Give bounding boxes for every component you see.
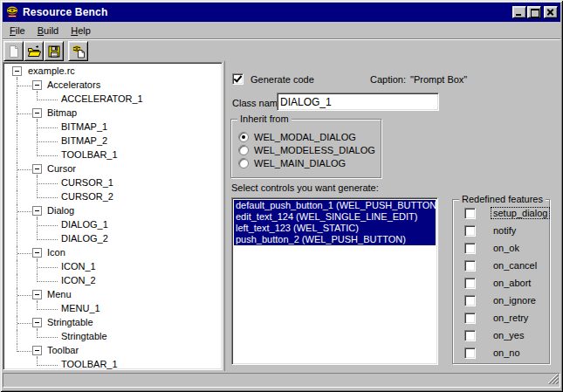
tree-node-label[interactable]: DIALOG_1 bbox=[61, 219, 108, 230]
collapse-box[interactable] bbox=[32, 248, 42, 258]
feature-label-on-retry[interactable]: on_retry bbox=[493, 313, 528, 323]
listbox-item-left-text-123[interactable]: left_text_123 (WEL_STATIC) bbox=[234, 223, 436, 234]
generate-code-checkbox[interactable] bbox=[232, 73, 244, 85]
feature-label-on-ignore[interactable]: on_ignore bbox=[493, 295, 536, 306]
checkbox-on-cancel[interactable] bbox=[464, 260, 476, 272]
tree-node-cursor-2-9[interactable]: CURSOR_2 bbox=[5, 190, 220, 204]
toolbar-button-new-document[interactable] bbox=[3, 41, 24, 61]
tree-node-label[interactable]: BITMAP_2 bbox=[61, 135, 107, 146]
radio-option-wel-modeless-dialog[interactable]: WEL_MODELESS_DIALOG bbox=[238, 144, 375, 156]
checkbox-on-retry[interactable] bbox=[464, 313, 476, 324]
tree-node-example-rc-0[interactable]: example.rc bbox=[5, 65, 220, 79]
tree-node-label[interactable]: Stringtable bbox=[47, 317, 93, 327]
checkbox-on-ignore[interactable] bbox=[464, 295, 476, 306]
tree-node-dialog-1-11[interactable]: DIALOG_1 bbox=[5, 218, 220, 232]
class-name-input[interactable] bbox=[277, 93, 439, 111]
checkbox-on-no[interactable] bbox=[464, 347, 476, 359]
feature-label-on-yes[interactable]: on_yes bbox=[493, 330, 524, 340]
tree-node-label[interactable]: Dialog bbox=[47, 205, 74, 216]
tree-node-label[interactable]: ICON_1 bbox=[61, 261, 96, 272]
listbox-item-edit-text-124[interactable]: edit_text_124 (WEL_SINGLE_LINE_EDIT) bbox=[234, 211, 436, 223]
tree-node-toolbar-20[interactable]: Toolbar bbox=[5, 344, 220, 358]
tree-connector bbox=[17, 302, 17, 316]
tree-node-stringtable-19[interactable]: Stringtable bbox=[5, 330, 220, 344]
tree-node-toolbar-1-6[interactable]: TOOLBAR_1 bbox=[5, 148, 220, 162]
tree-node-label[interactable]: DIALOG_2 bbox=[61, 233, 108, 244]
tree-node-menu-1-17[interactable]: MENU_1 bbox=[5, 302, 220, 316]
tree-node-bitmap-1-4[interactable]: BITMAP_1 bbox=[5, 120, 220, 134]
generate-code-label[interactable]: Generate code bbox=[251, 74, 314, 85]
checkbox-on-abort[interactable] bbox=[464, 278, 476, 289]
tree-node-icon-1-14[interactable]: ICON_1 bbox=[5, 260, 220, 274]
radio-button[interactable] bbox=[238, 132, 249, 142]
tree-node-icon-2-15[interactable]: ICON_2 bbox=[5, 274, 220, 288]
collapse-box[interactable] bbox=[32, 164, 42, 174]
tree-node-label[interactable]: ACCELERATOR_1 bbox=[61, 93, 143, 104]
checkbox-on-ok[interactable] bbox=[464, 243, 476, 254]
collapse-box[interactable] bbox=[32, 346, 42, 355]
tree-node-accelerator-1-2[interactable]: ACCELERATOR_1 bbox=[5, 93, 220, 107]
tree-node-label[interactable]: Toolbar bbox=[47, 345, 79, 355]
radio-button[interactable] bbox=[238, 145, 249, 155]
radio-option-wel-modal-dialog[interactable]: WEL_MODAL_DIALOG bbox=[238, 131, 356, 143]
collapse-box[interactable] bbox=[32, 318, 42, 327]
radio-option-wel-main-dialog[interactable]: WEL_MAIN_DIALOG bbox=[238, 157, 346, 169]
feature-label-notify[interactable]: notify bbox=[493, 225, 516, 236]
collapse-box[interactable] bbox=[32, 206, 42, 216]
menu-item-help[interactable]: Help bbox=[65, 24, 97, 38]
tree-node-label[interactable]: MENU_1 bbox=[61, 303, 100, 313]
feature-label-on-abort[interactable]: on_abort bbox=[493, 278, 531, 288]
tree-node-bitmap-3[interactable]: Bitmap bbox=[5, 107, 220, 120]
collapse-box[interactable] bbox=[12, 66, 22, 76]
tree-node-dialog-2-12[interactable]: DIALOG_2 bbox=[5, 232, 220, 246]
tree-node-label[interactable]: CURSOR_2 bbox=[61, 191, 113, 202]
collapse-box[interactable] bbox=[32, 108, 42, 118]
toolbar-button-save[interactable] bbox=[44, 41, 64, 61]
tree-node-label[interactable]: Icon bbox=[47, 247, 65, 258]
resize-grip[interactable] bbox=[547, 373, 559, 386]
controls-listbox[interactable]: default_push_button_1 (WEL_PUSH_BUTTON)e… bbox=[231, 197, 438, 365]
tree-node-label[interactable]: Menu bbox=[47, 289, 72, 299]
tree-node-menu-16[interactable]: Menu bbox=[5, 288, 220, 302]
menu-item-build[interactable]: Build bbox=[31, 24, 65, 38]
collapse-box[interactable] bbox=[32, 290, 42, 299]
tree-node-stringtable-18[interactable]: Stringtable bbox=[5, 316, 220, 330]
tree-node-dialog-10[interactable]: Dialog bbox=[5, 204, 220, 218]
feature-label-on-cancel[interactable]: on_cancel bbox=[493, 260, 537, 271]
tree-node-cursor-1-8[interactable]: CURSOR_1 bbox=[5, 176, 220, 190]
tree-node-label[interactable]: Cursor bbox=[47, 163, 76, 174]
checkbox-on-yes[interactable] bbox=[464, 330, 476, 341]
menu-item-file[interactable]: File bbox=[3, 24, 31, 38]
toolbar-button-build[interactable] bbox=[68, 41, 88, 61]
tree-node-label[interactable]: ICON_2 bbox=[61, 275, 96, 285]
toolbar-button-open-folder[interactable] bbox=[24, 41, 44, 61]
minimize-button[interactable] bbox=[512, 6, 526, 18]
menu-bar: FileBuildHelp bbox=[3, 23, 560, 38]
tree-node-accelerators-1[interactable]: Accelerators bbox=[5, 79, 220, 93]
listbox-item-default-push-button-1[interactable]: default_push_button_1 (WEL_PUSH_BUTTON) bbox=[234, 200, 436, 211]
feature-label-on-no[interactable]: on_no bbox=[493, 347, 520, 358]
tree-node-label[interactable]: TOOLBAR_1 bbox=[61, 149, 118, 160]
resource-tree[interactable]: example.rcAcceleratorsACCELERATOR_1Bitma… bbox=[3, 62, 223, 370]
radio-button[interactable] bbox=[238, 158, 249, 168]
checkbox-notify[interactable] bbox=[464, 225, 476, 237]
tree-node-bitmap-2-5[interactable]: BITMAP_2 bbox=[5, 134, 220, 148]
tree-node-label[interactable]: Bitmap bbox=[47, 107, 77, 118]
tree-node-label[interactable]: example.rc bbox=[28, 65, 75, 76]
collapse-box[interactable] bbox=[32, 80, 42, 90]
checkbox-setup-dialog[interactable] bbox=[464, 208, 476, 219]
tree-node-label[interactable]: CURSOR_1 bbox=[61, 177, 113, 188]
tree-node-label[interactable]: BITMAP_1 bbox=[61, 121, 107, 132]
close-button[interactable] bbox=[544, 6, 558, 18]
tree-node-toolbar-1-21[interactable]: TOOLBAR_1 bbox=[5, 358, 220, 370]
feature-label-on-ok[interactable]: on_ok bbox=[493, 243, 519, 253]
tree-node-cursor-7[interactable]: Cursor bbox=[5, 162, 220, 176]
maximize-button[interactable] bbox=[527, 6, 541, 18]
listbox-item-push-button-2[interactable]: push_button_2 (WEL_PUSH_BUTTON) bbox=[234, 234, 436, 245]
tree-node-icon-13[interactable]: Icon bbox=[5, 246, 220, 260]
feature-label-setup-dialog[interactable]: setup_dialog bbox=[491, 208, 549, 218]
title-bar[interactable]: Resource Bench bbox=[3, 3, 560, 22]
tree-node-label[interactable]: Accelerators bbox=[47, 79, 100, 90]
tree-node-label[interactable]: Stringtable bbox=[61, 331, 107, 341]
tree-node-label[interactable]: TOOLBAR_1 bbox=[61, 359, 118, 369]
